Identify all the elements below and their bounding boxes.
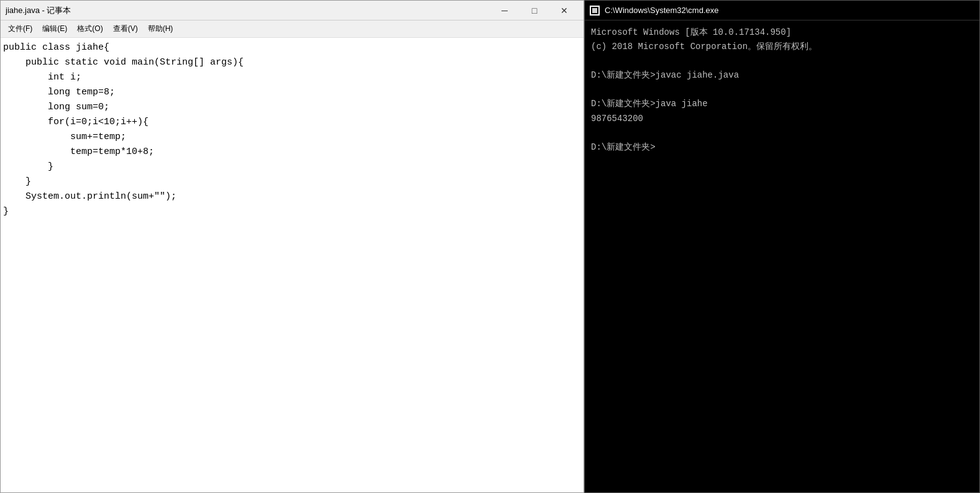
cmd-line-3: D:\新建文件夹>javac jiahe.java bbox=[591, 68, 973, 83]
notepad-menubar: 文件(F) 编辑(E) 格式(O) 查看(V) 帮助(H) bbox=[1, 20, 584, 38]
cmd-title: C:\Windows\System32\cmd.exe bbox=[605, 6, 974, 15]
cmd-line-0: Microsoft Windows [版本 10.0.17134.950] bbox=[591, 25, 973, 40]
menu-edit[interactable]: 编辑(E) bbox=[37, 22, 72, 35]
code-text: public class jiahe{ public static void m… bbox=[3, 40, 581, 219]
close-button[interactable]: ✕ bbox=[550, 3, 579, 18]
cmd-window: C:\Windows\System32\cmd.exe Microsoft Wi… bbox=[584, 0, 980, 493]
notepad-content[interactable]: public class jiahe{ public static void m… bbox=[1, 38, 584, 492]
notepad-titlebar: jiahe.java - 记事本 ─ □ ✕ bbox=[1, 1, 584, 20]
cmd-line-5: D:\新建文件夹>java jiahe bbox=[591, 97, 973, 111]
cmd-icon bbox=[590, 6, 600, 16]
maximize-button[interactable]: □ bbox=[520, 3, 549, 18]
minimize-button[interactable]: ─ bbox=[490, 3, 519, 18]
cmd-line-8: D:\新建文件夹> bbox=[591, 140, 973, 155]
cmd-icon-inner bbox=[592, 8, 597, 13]
cmd-line-6: 9876543200 bbox=[591, 112, 973, 126]
cmd-line-1: (c) 2018 Microsoft Corporation。保留所有权利。 bbox=[591, 40, 973, 54]
notepad-title: jiahe.java - 记事本 bbox=[6, 5, 71, 16]
cmd-line-2 bbox=[591, 54, 973, 68]
menu-view[interactable]: 查看(V) bbox=[108, 22, 143, 35]
menu-help[interactable]: 帮助(H) bbox=[143, 22, 178, 35]
menu-file[interactable]: 文件(F) bbox=[3, 22, 37, 35]
cmd-line-7 bbox=[591, 126, 973, 140]
cmd-content[interactable]: Microsoft Windows [版本 10.0.17134.950] (c… bbox=[585, 20, 979, 492]
cmd-line-4 bbox=[591, 83, 973, 97]
cmd-titlebar: C:\Windows\System32\cmd.exe bbox=[585, 1, 979, 20]
menu-format[interactable]: 格式(O) bbox=[72, 22, 108, 35]
notepad-window: jiahe.java - 记事本 ─ □ ✕ 文件(F) 编辑(E) 格式(O)… bbox=[0, 0, 584, 493]
notepad-controls: ─ □ ✕ bbox=[490, 3, 579, 18]
